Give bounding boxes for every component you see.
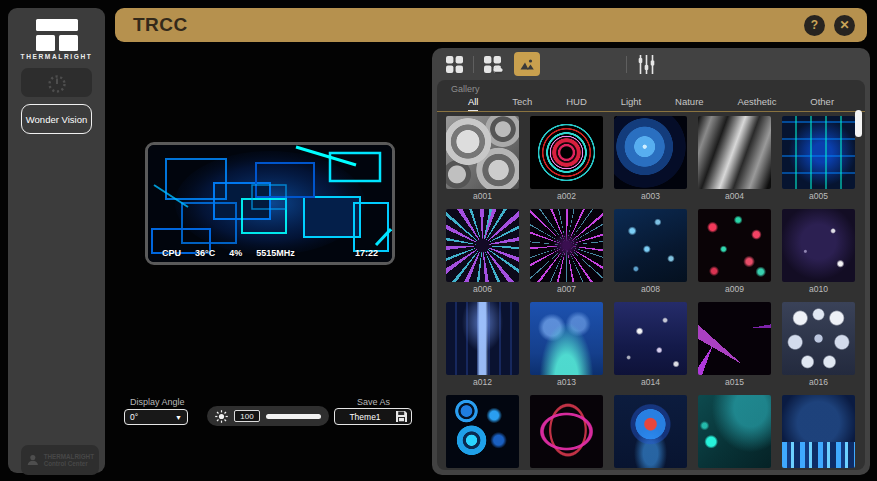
cpu-load: 4% <box>229 248 242 258</box>
save-button[interactable] <box>395 410 408 423</box>
grid-icon <box>445 55 464 74</box>
close-button[interactable]: ✕ <box>834 15 855 36</box>
neon-theme-artwork <box>148 145 392 262</box>
gallery-item-a001[interactable]: a001 <box>446 116 519 201</box>
tab-cloud-themes[interactable] <box>480 52 506 76</box>
thumbnail-label: a012 <box>446 377 519 387</box>
noise-thumbnail-art <box>698 209 771 282</box>
cpu-frequency: 5515MHz <box>256 248 295 258</box>
display-angle-value: 0° <box>130 412 138 422</box>
gallery-item-a004[interactable]: a004 <box>698 116 771 201</box>
thumbnail-label: a005 <box>782 191 855 201</box>
gallery-item-a015[interactable]: a015 <box>698 302 771 387</box>
tab-settings[interactable] <box>633 52 659 76</box>
city-thumbnail-art <box>782 395 855 468</box>
gallery-item-a006[interactable]: a006 <box>446 209 519 294</box>
hexbokeh-thumbnail-art <box>698 395 771 468</box>
gallery-item-a024[interactable]: a024 <box>614 395 687 470</box>
control-center-button[interactable]: THERMALRIGHT Control Center <box>21 445 99 475</box>
category-tab-tech[interactable]: Tech <box>512 96 532 112</box>
theme-grid: a001a002a003a004a005a006a007a008a009a010… <box>446 116 856 470</box>
sliders-icon <box>637 55 656 74</box>
panel-tabs <box>432 48 870 80</box>
plexus-thumbnail-art <box>614 209 687 282</box>
tab-gallery[interactable] <box>514 52 540 76</box>
image-icon <box>519 57 535 71</box>
thumbnail-label: a001 <box>446 191 519 201</box>
sidebar-item-wonder-vision[interactable]: Wonder Vision <box>21 104 92 134</box>
display-angle-label: Display Angle <box>130 397 185 407</box>
gallery-item-a014[interactable]: a014 <box>614 302 687 387</box>
grid-cloud-icon <box>483 55 504 74</box>
gallery-item-a009[interactable]: a009 <box>698 209 771 294</box>
globe-thumbnail-art <box>614 116 687 189</box>
gallery-item-a026[interactable]: a026 <box>698 395 771 470</box>
chevron-down-icon: ▼ <box>175 414 182 421</box>
trcc-window: THERMALRIGHT Wonder Vision THERMALRIGHT … <box>0 0 877 481</box>
control-center-label: THERMALRIGHT Control Center <box>44 453 94 468</box>
brightness-control: 100 <box>207 406 329 426</box>
burst-thumbnail-art <box>530 209 603 282</box>
gallery-item-a012[interactable]: a012 <box>446 302 519 387</box>
sidebar-item-dashboard[interactable] <box>21 68 92 97</box>
gallery-item-a003[interactable]: a003 <box>614 116 687 201</box>
brightness-sun-icon <box>215 410 228 423</box>
category-tab-hud[interactable]: HUD <box>566 96 587 112</box>
clock-time: 17:22 <box>355 248 378 258</box>
theme-preview-screen: CPU 36°C 4% 5515MHz 17:22 <box>145 142 395 265</box>
help-button[interactable]: ? <box>804 15 825 36</box>
rain-thumbnail-art <box>446 302 519 375</box>
gallery-item-a005[interactable]: a005 <box>782 116 855 201</box>
tab-local-themes[interactable] <box>441 52 467 76</box>
brand-text: THERMALRIGHT <box>8 53 105 60</box>
gallery-item-a008[interactable]: a008 <box>614 209 687 294</box>
gears-blue-thumbnail-art <box>446 395 519 468</box>
theme-browser-panel: Gallery AllTechHUDLightNatureAestheticOt… <box>432 48 870 475</box>
user-icon <box>26 452 40 468</box>
titlebar: TRCC ? ✕ <box>115 8 867 42</box>
gallery-scrollbar-thumb[interactable] <box>855 110 862 137</box>
category-tab-other[interactable]: Other <box>810 96 834 112</box>
thumbnail-label: a006 <box>446 284 519 294</box>
rings-thumbnail-art <box>530 116 603 189</box>
category-tab-nature[interactable]: Nature <box>675 96 704 112</box>
thumbnail-label: a014 <box>614 377 687 387</box>
gallery-label: Gallery <box>451 84 480 94</box>
category-tabs: AllTechHUDLightNatureAestheticOther <box>437 96 865 112</box>
gallery-item-a002[interactable]: a002 <box>530 116 603 201</box>
category-tab-all[interactable]: All <box>468 96 479 112</box>
thumbnail-label: a010 <box>782 284 855 294</box>
gallery-item-a016[interactable]: a016 <box>782 302 855 387</box>
gallery-item-a027[interactable]: a027 <box>782 395 855 470</box>
tab-divider <box>626 56 627 73</box>
brightness-value: 100 <box>234 410 260 422</box>
gallery-item-a013[interactable]: a013 <box>530 302 603 387</box>
hex-thumbnail-art <box>782 302 855 375</box>
tab-divider <box>473 56 474 73</box>
stars-thumbnail-art <box>614 302 687 375</box>
thumbnail-label: a004 <box>698 191 771 201</box>
gears-thumbnail-art <box>446 116 519 189</box>
theme-name-value: Theme1 <box>335 412 395 422</box>
save-disk-icon <box>395 410 408 423</box>
category-tab-aesthetic[interactable]: Aesthetic <box>737 96 776 112</box>
cpu-label: CPU <box>162 248 181 258</box>
shards-thumbnail-art <box>698 302 771 375</box>
brightness-slider[interactable] <box>266 414 321 419</box>
gallery-section: Gallery AllTechHUDLightNatureAestheticOt… <box>437 80 865 470</box>
wonder-vision-label: Wonder Vision <box>26 114 87 125</box>
thumbnail-label: a002 <box>530 191 603 201</box>
gallery-item-a023[interactable]: a023 <box>530 395 603 470</box>
thumbnail-label: a007 <box>530 284 603 294</box>
gallery-item-a010[interactable]: a010 <box>782 209 855 294</box>
gallery-item-a007[interactable]: a007 <box>530 209 603 294</box>
category-tab-light[interactable]: Light <box>621 96 642 112</box>
display-angle-select[interactable]: 0° ▼ <box>124 409 188 425</box>
worldmap-thumbnail-art <box>530 302 603 375</box>
help-icon: ? <box>811 18 818 32</box>
holo-globe-thumbnail-art <box>614 395 687 468</box>
gallery-item-a022[interactable]: a022 <box>446 395 519 470</box>
thermalright-logo-icon <box>35 19 79 51</box>
theme-name-field[interactable]: Theme1 <box>334 408 412 425</box>
thumbnail-label: a015 <box>698 377 771 387</box>
